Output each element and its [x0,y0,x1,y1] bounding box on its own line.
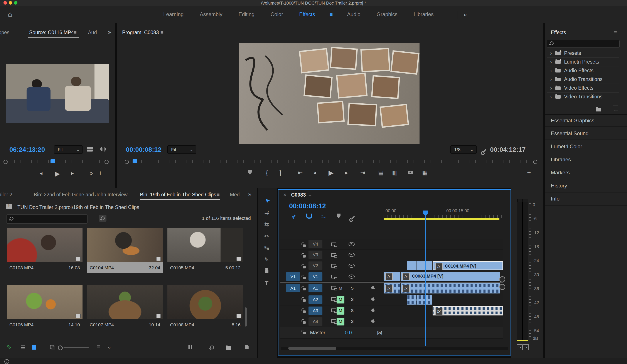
sync-lock-icon[interactable] [331,275,336,278]
sync-lock-icon[interactable] [331,264,336,267]
program-scroll-right-handle[interactable] [533,160,537,164]
clip-tile-c0103[interactable]: C0103.MP416:08 [7,228,83,273]
tab-audio-partial[interactable]: Aud [88,30,100,36]
toggle-track-output-eye-icon[interactable] [349,264,355,268]
sync-lock-icon[interactable] [331,243,336,246]
mute-button-a3[interactable]: M [337,307,344,314]
clip-tile-c0104-selected[interactable]: C0104.MP432:04 [87,228,163,273]
toggle-track-output-eye-icon[interactable] [349,274,355,279]
source-step-forward-button[interactable]: ▸ [71,170,74,177]
mute-button-a1[interactable]: M [337,284,344,292]
fx-badge[interactable]: fx [435,263,443,270]
timeline-hscrollbar-thumb[interactable] [288,347,336,350]
work-area-bar[interactable] [384,218,499,220]
source-add-button-icon[interactable]: + [99,169,102,177]
program-playhead[interactable] [133,159,137,163]
close-sequence-icon[interactable]: × [283,191,287,198]
lock-icon[interactable] [303,288,306,290]
fx-badge[interactable]: fx [402,285,410,292]
source-video-frame[interactable] [6,64,109,123]
type-tool[interactable]: T [265,280,268,287]
program-video-frame[interactable] [239,43,419,144]
effects-search-input[interactable] [547,40,620,48]
solo-button-a2[interactable]: S [348,296,356,304]
extract-button[interactable]: ▥ [392,169,398,176]
source-audio-waveform-icon[interactable] [100,147,106,152]
effects-tree-item-audio-transitions[interactable]: › Audio Transitions [547,75,619,84]
track-target-a1[interactable]: A1 [309,284,322,292]
tab-bin-shed-clips[interactable]: Bin: 19th of Feb in The Shed Clips [140,192,216,198]
lock-icon[interactable] [303,255,306,258]
timeline-ruler[interactable]: :00:00 00:00:15:00 [280,207,503,220]
lock-icon[interactable] [303,299,306,302]
ripple-edit-tool[interactable]: ⇆ [264,221,269,228]
step-back-button[interactable]: ◂ [313,169,316,176]
timeline-clip[interactable]: fx [384,272,400,281]
expand-chevron-icon[interactable]: › [550,76,552,83]
toggle-track-output-eye-icon[interactable] [349,242,355,246]
effects-tree-item-video-transitions[interactable]: › Video Transitions [547,93,619,101]
source-settings-film-icon[interactable] [87,147,93,152]
voiceover-record-mic-icon[interactable] [372,297,374,301]
track-target-v3[interactable]: V3 [309,251,322,259]
search-bins-icon[interactable] [99,215,106,222]
lock-icon[interactable] [303,266,306,268]
icon-view-icon[interactable] [32,345,36,349]
go-to-out-button[interactable]: ⇥ [360,169,365,176]
timeline-audio-clip[interactable]: fx [384,283,400,294]
timeline-audio-clip[interactable] [407,295,416,305]
rail-item-info[interactable]: Info [545,193,627,206]
timeline-scroll-ring-handle[interactable] [499,276,505,282]
timeline-audio-clip-selected[interactable]: fx [433,306,503,315]
lock-icon[interactable] [303,277,306,279]
project-tabs-overflow-chevron[interactable]: » [248,191,251,198]
tab-scopes-partial[interactable]: copes [0,30,9,36]
track-select-forward-tool[interactable]: ⇉ [264,209,269,216]
razor-tool[interactable]: ✂ [264,233,269,239]
comparison-view-button[interactable]: ▦ [422,169,427,176]
workspace-tab-learning[interactable]: Learning [161,10,185,18]
source-tabs-overflow-chevron[interactable]: » [108,29,111,36]
clip-name[interactable]: C0106.MP4 [9,322,34,327]
track-target-v1[interactable]: V1 [309,272,322,281]
lock-icon[interactable] [303,245,306,247]
list-view-icon[interactable] [21,346,25,349]
source-scroll-left-handle[interactable] [3,160,8,164]
source-scroll-right-handle[interactable] [104,160,109,164]
workspace-tab-color[interactable]: Color [269,10,285,18]
workspace-menu-icon[interactable]: ≡ [329,11,333,18]
rail-item-essential-graphics[interactable]: Essential Graphics [545,114,627,127]
delete-custom-items-trash-icon[interactable] [614,107,618,111]
rail-item-markers[interactable]: Markers [545,166,627,179]
track-target-a3[interactable]: A3 [309,307,322,315]
program-settings-wrench-icon[interactable] [482,149,486,153]
tab-program-monitor[interactable]: Program: C0083 [122,30,159,36]
source-panel-menu-icon[interactable]: ≡ [74,29,77,36]
sync-lock-icon[interactable] [331,297,336,301]
home-icon[interactable]: ⌂ [8,10,12,18]
source-patch-v1[interactable]: V1 [286,272,300,281]
effects-panel-menu-icon[interactable]: ≡ [614,29,617,35]
mute-button-a4[interactable]: M [337,318,344,325]
playback-resolution-dropdown[interactable]: 1/8 ⌄ [450,145,476,154]
clip-tile-c0105[interactable]: C0105.MP45:00:12 [167,228,243,273]
timeline-clip-c0104-selected[interactable]: fx C0104.MP4 [V] [433,261,503,270]
new-custom-bin-folder-icon[interactable] [596,108,601,111]
timeline-clip-c0083[interactable]: fx C0083.MP4 [V] [401,272,500,281]
mark-out-button[interactable]: } [279,169,281,176]
tab-trailer2-partial[interactable]: railer 2 [0,192,12,198]
slip-tool[interactable]: ↹ [264,245,269,251]
clip-name[interactable]: C0103.MP4 [9,265,34,270]
toggle-track-output-eye-icon[interactable] [349,253,355,257]
lock-icon[interactable] [303,321,306,324]
sync-status-globe-icon[interactable] [4,359,9,364]
track-target-v2[interactable]: V2 [309,261,322,270]
step-forward-button[interactable]: ▸ [345,169,348,176]
rail-item-essential-sound[interactable]: Essential Sound [545,127,627,140]
sort-icon[interactable]: ≡ [97,343,100,350]
master-gain-value[interactable]: 0.0 [345,330,352,336]
voiceover-record-mic-icon[interactable] [372,319,374,322]
workspace-tab-assembly[interactable]: Assembly [198,10,224,18]
solo-button-a4[interactable]: S [348,318,356,325]
lock-icon[interactable] [303,311,306,313]
